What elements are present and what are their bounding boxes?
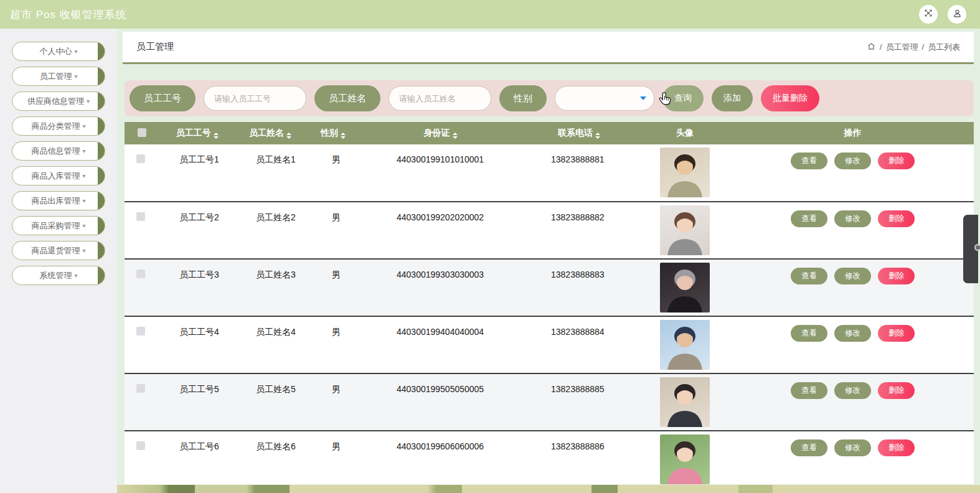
employee-name-cell: 员工姓名2 <box>235 202 305 259</box>
delete-button[interactable]: 删除 <box>878 439 915 456</box>
avatar-cell <box>638 373 732 431</box>
chevron-down-icon: ▾ <box>82 197 85 204</box>
breadcrumb-item[interactable]: 员工管理 <box>885 42 918 53</box>
edit-button[interactable]: 修改 <box>834 153 871 169</box>
employee-no-cell: 员工工号4 <box>159 316 235 373</box>
row-checkbox[interactable] <box>136 327 145 336</box>
sidebar-item-label: 商品出库管理 <box>31 195 80 207</box>
actions-cell: 查看 修改 删除 <box>732 202 974 259</box>
user-profile-button[interactable] <box>948 5 966 24</box>
view-button[interactable]: 查看 <box>791 153 827 169</box>
gender-label: 性别 <box>499 85 547 111</box>
column-header[interactable]: 操作 <box>732 122 974 144</box>
edit-button[interactable]: 修改 <box>834 210 871 227</box>
gender-cell: 男 <box>305 144 361 202</box>
column-header[interactable]: 联系电话 <box>520 122 638 144</box>
row-checkbox[interactable] <box>136 154 145 163</box>
row-checkbox[interactable] <box>136 212 145 221</box>
column-header[interactable]: 头像 <box>638 122 732 144</box>
sort-icon[interactable] <box>286 133 291 139</box>
home-icon[interactable] <box>867 42 876 53</box>
gender-cell: 男 <box>305 316 361 373</box>
row-checkbox[interactable] <box>136 270 145 278</box>
sidebar-item[interactable]: 供应商信息管理 ▾ <box>12 92 105 111</box>
column-header[interactable]: 性别 <box>305 122 361 144</box>
delete-button[interactable]: 删除 <box>878 210 915 227</box>
table-row: 员工工号3 员工姓名3 男 440300199303030003 1382388… <box>125 259 974 316</box>
app-title: 超市 Pos 收银管理系统 <box>10 7 127 22</box>
fullscreen-button[interactable] <box>919 5 938 24</box>
avatar <box>660 434 710 484</box>
delete-button[interactable]: 删除 <box>878 325 915 342</box>
sidebar-item[interactable]: 商品出库管理 ▾ <box>12 191 105 210</box>
side-panel-handle[interactable] <box>963 215 978 283</box>
actions-cell: 查看 修改 删除 <box>732 316 974 373</box>
employee-name-cell: 员工姓名6 <box>235 431 305 484</box>
row-checkbox-cell <box>125 373 159 431</box>
id-card-cell: 440300199606060006 <box>361 431 520 484</box>
sidebar-item-label: 个人中心 <box>39 46 72 57</box>
chevron-down-icon: ▾ <box>74 73 77 80</box>
column-header-label: 性别 <box>321 128 338 138</box>
sidebar-item[interactable]: 商品信息管理 ▾ <box>12 141 105 161</box>
employee-no-input[interactable] <box>204 86 306 111</box>
delete-button[interactable]: 删除 <box>878 268 915 284</box>
sort-icon[interactable] <box>341 133 346 139</box>
select-all-checkbox-cell <box>125 122 159 144</box>
edit-button[interactable]: 修改 <box>834 325 871 342</box>
avatar-cell <box>638 431 732 484</box>
employee-name-label: 员工姓名 <box>314 85 380 111</box>
row-checkbox[interactable] <box>136 384 145 393</box>
fullscreen-icon <box>923 8 933 21</box>
column-header-label: 身份证 <box>424 128 450 138</box>
sort-icon[interactable] <box>595 133 600 139</box>
breadcrumb-item[interactable]: 员工列表 <box>928 42 960 53</box>
employee-table: 员工工号 员工姓名 性别 身份证 联系电话 头像 操作 员工工号1 员工姓名1 … <box>125 122 974 484</box>
id-card-cell: 440300199101010001 <box>361 144 520 202</box>
edit-button[interactable]: 修改 <box>834 268 871 284</box>
view-button[interactable]: 查看 <box>791 439 827 456</box>
sidebar-item[interactable]: 员工管理 ▾ <box>12 67 105 86</box>
search-button[interactable]: 查询 <box>662 85 704 111</box>
sidebar-item[interactable]: 商品退货管理 ▾ <box>12 241 105 260</box>
sort-icon[interactable] <box>214 133 219 139</box>
sidebar-item[interactable]: 系统管理 ▾ <box>12 266 105 285</box>
avatar-cell <box>638 316 732 373</box>
edit-button[interactable]: 修改 <box>834 382 871 399</box>
view-button[interactable]: 查看 <box>791 210 827 227</box>
id-card-cell: 440300199202020002 <box>361 202 520 259</box>
sidebar-item[interactable]: 个人中心 ▾ <box>12 42 105 61</box>
select-all-checkbox[interactable] <box>138 128 146 137</box>
chevron-down-icon: ▾ <box>82 123 85 129</box>
column-header-label: 操作 <box>844 128 862 138</box>
breadcrumb-separator: / <box>921 42 924 52</box>
delete-button[interactable]: 删除 <box>878 153 915 169</box>
avatar <box>660 263 710 312</box>
add-button[interactable]: 添加 <box>712 85 753 111</box>
page-header: 员工管理 / 员工管理 / 员工列表 <box>123 32 974 64</box>
sidebar-item-label: 商品信息管理 <box>31 146 80 157</box>
row-checkbox[interactable] <box>136 441 145 450</box>
avatar-cell <box>638 144 732 202</box>
chevron-down-icon: ▾ <box>82 222 85 229</box>
sort-icon[interactable] <box>453 133 458 139</box>
batch-delete-button[interactable]: 批量删除 <box>761 85 819 111</box>
employee-name-input[interactable] <box>389 86 491 111</box>
sidebar-item-accent <box>98 167 105 185</box>
view-button[interactable]: 查看 <box>791 382 827 399</box>
gender-select[interactable] <box>555 86 654 111</box>
gender-cell: 男 <box>305 431 361 484</box>
view-button[interactable]: 查看 <box>791 268 827 284</box>
phone-cell: 13823888883 <box>520 259 638 316</box>
sidebar-item-accent <box>98 117 105 135</box>
column-header[interactable]: 身份证 <box>361 122 520 144</box>
edit-button[interactable]: 修改 <box>834 439 871 456</box>
view-button[interactable]: 查看 <box>791 325 827 342</box>
delete-button[interactable]: 删除 <box>878 382 915 399</box>
column-header[interactable]: 员工姓名 <box>235 122 305 144</box>
column-header[interactable]: 员工工号 <box>159 122 235 144</box>
sidebar-item[interactable]: 商品入库管理 ▾ <box>12 166 105 185</box>
sidebar-item[interactable]: 商品分类管理 ▾ <box>12 116 105 136</box>
sidebar-item[interactable]: 商品采购管理 ▾ <box>12 216 105 235</box>
id-card-cell: 440300199404040004 <box>361 316 520 373</box>
